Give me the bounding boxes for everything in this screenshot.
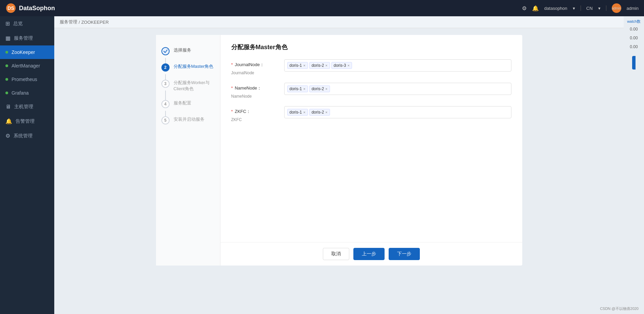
- journalnode-tag-3-close[interactable]: ×: [347, 63, 349, 67]
- sidebar-item-prometheus[interactable]: Prometheus: [0, 73, 54, 86]
- dialog-box: 选择服务 2 分配服务Master角色 3 分配服务Worker与Client角…: [156, 35, 522, 266]
- cancel-button[interactable]: 取消: [323, 248, 349, 260]
- step-number-4: 4: [161, 100, 170, 108]
- step-label-3: 分配服务Worker与Client角色: [174, 80, 215, 92]
- sidebar-item-zookeeper[interactable]: ZooKeeper: [0, 45, 54, 59]
- zkfc-row: * ZKFC： ZKFC doris-1 × doris-2 ×: [231, 106, 511, 123]
- step-label-5: 安装并启动服务: [174, 116, 204, 122]
- watch-label: watch数: [627, 19, 641, 24]
- overview-icon: ⊞: [5, 20, 10, 27]
- sidebar-item-grafana[interactable]: Grafana: [0, 86, 54, 100]
- dialog-title: 分配服务Master角色: [231, 43, 511, 51]
- username[interactable]: datasophon: [544, 6, 567, 11]
- sidebar-label-alertmanager: AlertManager: [12, 63, 40, 68]
- journalnode-tag-2-close[interactable]: ×: [325, 63, 327, 67]
- divider2: [606, 5, 606, 11]
- watch-panel: watch数 0.00 0.00 0.00: [624, 16, 644, 314]
- service-mgmt-icon: ▦: [5, 35, 11, 41]
- step-item-5[interactable]: 5 安装并启动服务: [156, 112, 220, 129]
- zkfc-label: * ZKFC： ZKFC: [231, 106, 279, 123]
- watch-tab[interactable]: [632, 56, 636, 70]
- namenode-tag-2: doris-2 ×: [309, 85, 330, 92]
- main-layout: ⊞ 总览 ▦ 服务管理 ZooKeeper AlertManager Prome…: [0, 16, 644, 314]
- step-label-1: 选择服务: [174, 47, 191, 53]
- zkfc-tag-1: doris-1 ×: [287, 109, 308, 116]
- sidebar-label-system-mgmt: 系统管理: [14, 133, 33, 139]
- journalnode-tag-3: doris-3 ×: [331, 62, 352, 69]
- sidebar-item-system-mgmt[interactable]: ⚙ 系统管理: [0, 129, 54, 143]
- breadcrumb-item-1[interactable]: 服务管理: [60, 19, 77, 25]
- divider: [581, 5, 581, 11]
- dialog-main-content: 分配服务Master角色 * JournalNode： JournalNode …: [220, 35, 522, 242]
- watch-value-2: 0.00: [630, 36, 638, 40]
- alertmanager-status-dot: [5, 64, 8, 67]
- zkfc-tag-2: doris-2 ×: [309, 109, 330, 116]
- sidebar-item-service-mgmt[interactable]: ▦ 服务管理: [0, 31, 54, 45]
- step-item-4[interactable]: 4 服务配置: [156, 96, 220, 112]
- watermark: CSDN @不以物喜2020: [600, 306, 639, 311]
- dialog-steps: 选择服务 2 分配服务Master角色 3 分配服务Worker与Client角…: [156, 35, 220, 266]
- step-label-4: 服务配置: [174, 100, 191, 106]
- journalnode-tag-1-close[interactable]: ×: [303, 63, 305, 67]
- breadcrumb-item-2: ZOOKEEPER: [81, 20, 109, 25]
- avatar: admin: [612, 3, 621, 13]
- admin-name[interactable]: admin: [627, 6, 639, 11]
- svg-text:DS: DS: [7, 5, 14, 11]
- lang-chevron-icon[interactable]: ▾: [598, 6, 601, 11]
- dialog-footer: 取消 上一步 下一步: [220, 242, 522, 266]
- next-step-button[interactable]: 下一步: [389, 248, 420, 260]
- breadcrumb: 服务管理 / ZOOKEEPER: [54, 16, 624, 28]
- settings-icon[interactable]: ⚙: [522, 5, 527, 12]
- step-number-3: 3: [161, 80, 170, 88]
- zkfc-input[interactable]: doris-1 × doris-2 ×: [284, 106, 511, 118]
- step-item-1[interactable]: 选择服务: [156, 43, 220, 59]
- sidebar-label-prometheus: Prometheus: [12, 77, 37, 82]
- sidebar-label-grafana: Grafana: [12, 90, 29, 96]
- sidebar-label-overview: 总览: [13, 21, 23, 27]
- alert-mgmt-icon: 🔔: [5, 118, 12, 124]
- logo-area: DS DataSophon: [5, 3, 55, 14]
- step-item-3[interactable]: 3 分配服务Worker与Client角色: [156, 76, 220, 96]
- journalnode-row: * JournalNode： JournalNode doris-1 × dor…: [231, 59, 511, 76]
- sidebar-item-alertmanager[interactable]: AlertManager: [0, 59, 54, 73]
- sidebar-item-alert-mgmt[interactable]: 🔔 告警管理: [0, 114, 54, 129]
- top-header: DS DataSophon ⚙ 🔔 datasophon ▾ CN ▾ admi…: [0, 0, 644, 16]
- prev-step-button[interactable]: 上一步: [353, 248, 385, 260]
- sidebar-label-host-mgmt: 主机管理: [14, 104, 33, 110]
- watch-value-3: 0.00: [630, 44, 638, 49]
- bell-icon[interactable]: 🔔: [532, 5, 539, 12]
- step-number-1: [161, 47, 170, 55]
- prometheus-status-dot: [5, 78, 8, 81]
- zkfc-tag-2-close[interactable]: ×: [325, 110, 327, 114]
- host-mgmt-icon: 🖥: [5, 104, 11, 110]
- sidebar: ⊞ 总览 ▦ 服务管理 ZooKeeper AlertManager Prome…: [0, 16, 54, 314]
- zkfc-tag-1-close[interactable]: ×: [303, 110, 305, 114]
- sidebar-label-service-mgmt: 服务管理: [14, 35, 33, 41]
- namenode-label: * NameNode： NameNode: [231, 83, 279, 99]
- system-mgmt-icon: ⚙: [5, 133, 10, 139]
- dialog-overlay: 选择服务 2 分配服务Master角色 3 分配服务Worker与Client角…: [54, 28, 624, 314]
- namenode-tag-1: doris-1 ×: [287, 85, 308, 92]
- sidebar-label-zookeeper: ZooKeeper: [12, 50, 35, 55]
- step-number-5: 5: [161, 116, 170, 124]
- sidebar-label-alert-mgmt: 告警管理: [16, 118, 35, 124]
- journalnode-tag-2: doris-2 ×: [309, 62, 330, 69]
- step-item-2[interactable]: 2 分配服务Master角色: [156, 59, 220, 76]
- namenode-input[interactable]: doris-1 × doris-2 ×: [284, 83, 511, 95]
- content-area: 服务管理 / ZOOKEEPER 选择服务 2: [54, 16, 624, 314]
- language-selector[interactable]: CN: [586, 6, 593, 11]
- namenode-tag-1-close[interactable]: ×: [303, 87, 305, 91]
- step-number-2: 2: [161, 63, 170, 72]
- breadcrumb-separator: /: [79, 20, 80, 25]
- journalnode-tag-1: doris-1 ×: [287, 62, 308, 69]
- namenode-row: * NameNode： NameNode doris-1 × doris-2: [231, 83, 511, 99]
- sidebar-item-overview[interactable]: ⊞ 总览: [0, 16, 54, 31]
- app-name: DataSophon: [19, 5, 55, 12]
- chevron-down-icon[interactable]: ▾: [573, 6, 575, 11]
- journalnode-input[interactable]: doris-1 × doris-2 × doris-3 ×: [284, 59, 511, 72]
- journalnode-label: * JournalNode： JournalNode: [231, 59, 279, 76]
- grafana-status-dot: [5, 92, 8, 94]
- namenode-tag-2-close[interactable]: ×: [325, 87, 327, 91]
- sidebar-item-host-mgmt[interactable]: 🖥 主机管理: [0, 100, 54, 114]
- header-right: ⚙ 🔔 datasophon ▾ CN ▾ admin admin: [522, 3, 639, 13]
